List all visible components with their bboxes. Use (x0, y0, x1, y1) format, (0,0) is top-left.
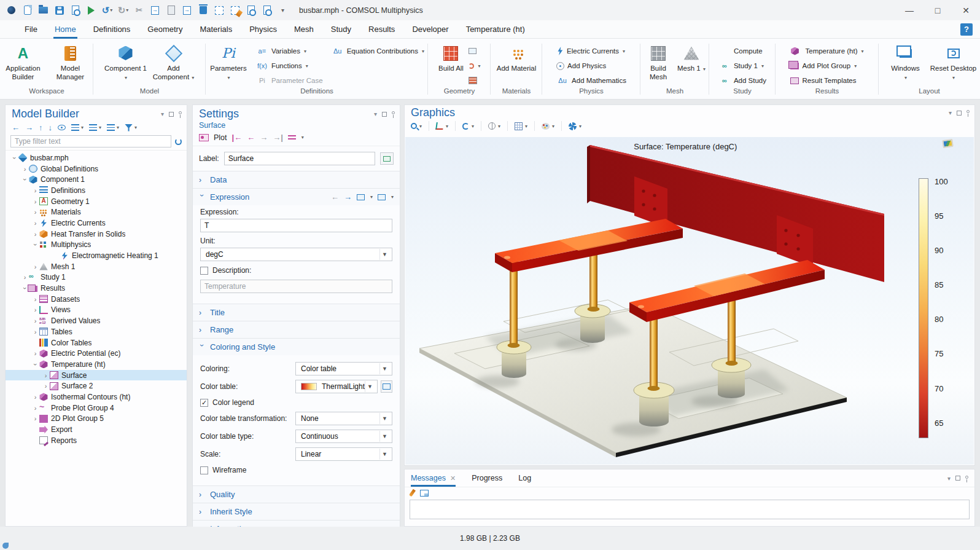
tree-item-reports[interactable]: Reports (6, 435, 187, 446)
expander-icon[interactable]: › (21, 165, 29, 173)
tree-item-definitions[interactable]: ›Definitions (6, 185, 187, 196)
previous-plot-icon[interactable]: ← (247, 133, 255, 142)
expander-icon[interactable]: › (21, 273, 29, 281)
section-inherit-style[interactable]: ›Inherit Style (193, 503, 400, 520)
tree-item-isothermal-contours[interactable]: ›Isothermal Contours (ht) (6, 391, 187, 403)
tree-item-mesh1[interactable]: ›Mesh 1 (6, 261, 187, 272)
filter-icon[interactable]: ▾ (125, 124, 137, 132)
expression-input[interactable] (200, 219, 392, 232)
pin-icon[interactable] (392, 111, 395, 114)
unit-select[interactable]: degC▼ (200, 248, 392, 261)
save-as-icon[interactable] (70, 5, 80, 15)
duplicate-icon[interactable] (182, 5, 192, 15)
expander-icon[interactable]: › (31, 306, 39, 313)
expander-icon[interactable]: › (42, 372, 50, 379)
expander-icon[interactable]: › (31, 230, 39, 238)
graphics-canvas[interactable]: Surface: Temperature (degC) (405, 137, 974, 465)
collapse-tree-icon[interactable]: ▾ (89, 124, 101, 131)
tab-definitions[interactable]: Definitions (85, 20, 139, 39)
plot-button[interactable]: Plot (214, 133, 227, 142)
copy-icon[interactable] (150, 5, 160, 15)
tree-item-probe-plot-group4[interactable]: ›Probe Plot Group 4 (6, 403, 187, 414)
wireframe-checkbox[interactable] (200, 466, 208, 474)
find-icon[interactable] (246, 5, 256, 15)
add-physics-button[interactable]: Add Physics (556, 60, 626, 72)
scale-select[interactable]: Linear▼ (295, 447, 392, 461)
result-templates-button[interactable]: Result Templates (790, 74, 863, 87)
redo-icon[interactable]: ↻▾ (118, 5, 128, 15)
tree-item-temperature-ht[interactable]: ›Temperature (ht) (6, 359, 187, 370)
back-icon[interactable]: ← (12, 123, 20, 132)
expander-icon[interactable]: › (21, 176, 29, 184)
last-plot-icon[interactable]: →| (273, 133, 283, 142)
add-material-button[interactable]: Add Material (493, 44, 540, 73)
tree-item-heat-transfer[interactable]: ›Heat Transfer in Solids (6, 229, 187, 240)
delete-icon[interactable] (198, 5, 208, 15)
go-to-view-button[interactable]: ▾ (436, 122, 448, 130)
tab-physics[interactable]: Physics (241, 20, 286, 39)
pin-icon[interactable] (966, 110, 970, 113)
reset-desktop-button[interactable]: Reset Desktop ▾ (930, 44, 977, 82)
geometry-import-button[interactable] (469, 45, 480, 57)
expander-icon[interactable]: › (31, 350, 39, 357)
tab-results[interactable]: Results (360, 20, 403, 39)
plot-in-icon[interactable] (288, 135, 296, 139)
close-button[interactable]: ✕ (952, 0, 980, 20)
tab-study[interactable]: Study (322, 20, 360, 39)
tab-mesh[interactable]: Mesh (286, 20, 322, 39)
float-icon[interactable] (382, 112, 387, 117)
tree-item-surface2[interactable]: ›Surface 2 (6, 380, 187, 391)
forward-icon[interactable]: → (25, 123, 33, 132)
panel-menu-icon[interactable]: ▾ (949, 109, 952, 116)
functions-button[interactable]: f(x)Functions▾ (256, 60, 323, 72)
tree-filter-input[interactable] (10, 135, 171, 147)
tree-item-multiphysics[interactable]: ›Multiphysics (6, 240, 187, 251)
section-quality[interactable]: ›Quality (193, 485, 400, 503)
open-file-icon[interactable] (38, 5, 49, 15)
replace-expression-icon[interactable] (357, 194, 365, 200)
undo-icon[interactable]: ↺▾ (102, 5, 112, 15)
expander-icon[interactable]: › (31, 263, 39, 270)
new-file-icon[interactable] (22, 5, 33, 15)
section-coloring-style[interactable]: ›Coloring and Style Coloring: Color tabl… (193, 338, 400, 485)
parameter-case-button[interactable]: PiParameter Case (256, 74, 323, 87)
expr-forward-icon[interactable]: → (344, 192, 352, 202)
select-box-icon[interactable] (214, 5, 224, 15)
tree-item-geometry1[interactable]: ›Geometry 1 (6, 196, 187, 207)
label-input[interactable] (224, 152, 375, 165)
move-up-icon[interactable]: ↑ (39, 123, 43, 132)
insert-expression-icon[interactable] (378, 194, 386, 200)
expander-icon[interactable]: › (32, 360, 39, 368)
geometry-update-button[interactable]: ▾ (469, 60, 480, 72)
color-table-window-button[interactable] (381, 380, 392, 393)
tree-item-surface[interactable]: ›Surface (6, 370, 187, 381)
windows-button[interactable]: Windows▾ (882, 44, 929, 82)
expander-icon[interactable]: › (31, 393, 39, 401)
image-snapshot-icon[interactable] (942, 139, 954, 148)
model-manager-button[interactable]: Model Manager (47, 44, 93, 82)
expander-icon[interactable]: › (31, 328, 39, 336)
expander-icon[interactable]: › (31, 296, 39, 303)
panel-menu-icon[interactable]: ▾ (161, 111, 164, 117)
expr-back-icon[interactable]: ← (331, 192, 339, 202)
tree-item-derived-values[interactable]: ›Derived Values (6, 315, 187, 326)
minimize-button[interactable]: — (895, 0, 924, 20)
tab-geometry[interactable]: Geometry (139, 20, 191, 39)
tab-file[interactable]: File (16, 20, 46, 39)
move-down-icon[interactable]: ↓ (49, 123, 53, 132)
tree-item-datasets[interactable]: ›Datasets (6, 294, 187, 305)
search-doc-icon[interactable] (262, 5, 272, 15)
close-tab-icon[interactable]: ✕ (450, 470, 456, 486)
color-legend-checkbox[interactable]: ✓ (200, 399, 208, 407)
expander-icon[interactable]: › (42, 382, 50, 390)
add-component-button[interactable]: Add Component ▾ (150, 44, 197, 82)
maximize-button[interactable]: □ (924, 0, 952, 20)
expander-icon[interactable]: › (11, 154, 18, 162)
build-all-button[interactable]: Build All (434, 44, 467, 73)
show-icon[interactable] (58, 125, 66, 130)
tree-item-study1[interactable]: ›Study 1 (6, 272, 187, 283)
toolbar-overflow-icon[interactable]: ▾ (278, 5, 288, 15)
expander-icon[interactable]: › (31, 208, 39, 216)
expander-icon[interactable]: › (31, 415, 39, 422)
section-expression[interactable]: ›Expression ← → ▾ ▾ Expression: Unit: de… (193, 188, 400, 304)
